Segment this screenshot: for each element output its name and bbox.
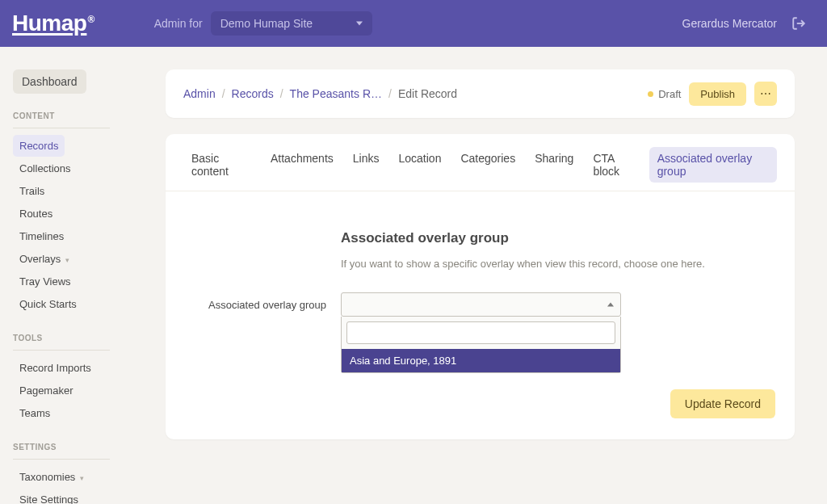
breadcrumb-admin[interactable]: Admin [183, 87, 216, 100]
chevron-up-icon [607, 303, 614, 307]
sidebar-item-pagemaker[interactable]: Pagemaker [13, 380, 79, 401]
main-content: Admin / Records / The Peasants R… / Edit… [166, 47, 827, 504]
section-title: Associated overlay group [341, 230, 777, 246]
status-text: Draft [658, 88, 681, 100]
admin-for-label: Admin for [154, 17, 203, 30]
tab-attachments[interactable]: Attachments [262, 147, 342, 183]
breadcrumb-current: Edit Record [398, 87, 457, 100]
publish-button[interactable]: Publish [689, 82, 746, 106]
tab-cta-block[interactable]: CTA block [585, 147, 645, 183]
tab-location[interactable]: Location [391, 147, 450, 183]
content-card: Basic content Attachments Links Location… [166, 134, 795, 439]
breadcrumb-records[interactable]: Records [232, 87, 274, 100]
status-badge: Draft [648, 88, 681, 100]
site-selector[interactable]: Demo Humap Site [211, 11, 372, 36]
tab-sharing[interactable]: Sharing [527, 147, 581, 183]
dashboard-button[interactable]: Dashboard [13, 69, 86, 94]
section-description: If you want to show a specific overlay w… [341, 258, 777, 270]
breadcrumb: Admin / Records / The Peasants R… / Edit… [183, 87, 457, 100]
breadcrumb-card: Admin / Records / The Peasants R… / Edit… [166, 69, 795, 118]
sidebar-item-records[interactable]: Records [13, 135, 65, 157]
sidebar: Dashboard CONTENT Records Collections Tr… [0, 47, 166, 504]
logo-text: Humap [12, 10, 86, 36]
sidebar-item-record-imports[interactable]: Record Imports [13, 357, 98, 379]
overlay-group-dropdown: Asia and Europe, 1891 [341, 317, 621, 373]
tab-associated-overlay-group[interactable]: Associated overlay group [649, 147, 777, 183]
tab-categories[interactable]: Categories [452, 147, 523, 183]
sidebar-item-site-settings[interactable]: Site Settings [13, 489, 85, 504]
sidebar-item-teams[interactable]: Teams [13, 402, 57, 424]
app-header: Humap® Admin for Demo Humap Site Gerardu… [0, 0, 827, 47]
sidebar-item-routes[interactable]: Routes [13, 203, 59, 225]
logo[interactable]: Humap® [12, 10, 94, 36]
logo-trademark: ® [87, 14, 94, 25]
sidebar-section-settings: SETTINGS [13, 443, 110, 460]
overlay-group-option[interactable]: Asia and Europe, 1891 [342, 349, 620, 372]
sidebar-item-quick-starts[interactable]: Quick Starts [13, 293, 83, 315]
update-record-button[interactable]: Update Record [670, 389, 775, 418]
more-actions-button[interactable]: ⋯ [754, 82, 777, 106]
breadcrumb-sep: / [280, 87, 283, 100]
sidebar-item-collections[interactable]: Collections [13, 158, 78, 179]
site-name: Demo Humap Site [220, 17, 313, 30]
breadcrumb-sep: / [222, 87, 225, 100]
sidebar-item-taxonomies[interactable]: Taxonomies [13, 466, 90, 488]
overlay-group-label: Associated overlay group [183, 292, 341, 311]
overlay-group-search-input[interactable] [346, 321, 615, 344]
tabs: Basic content Attachments Links Location… [166, 134, 795, 191]
tab-basic-content[interactable]: Basic content [183, 147, 259, 183]
sidebar-section-content: CONTENT [13, 111, 110, 128]
sidebar-item-overlays[interactable]: Overlays [13, 248, 76, 270]
breadcrumb-record-name[interactable]: The Peasants R… [290, 87, 382, 100]
sidebar-item-timelines[interactable]: Timelines [13, 225, 70, 247]
status-dot-icon [648, 91, 653, 97]
overlay-group-select[interactable] [341, 292, 621, 317]
sidebar-item-trails[interactable]: Trails [13, 180, 51, 202]
user-name[interactable]: Gerardus Mercator [682, 17, 777, 30]
sidebar-section-tools: TOOLS [13, 334, 110, 351]
breadcrumb-sep: / [388, 87, 392, 100]
logout-icon[interactable] [791, 16, 806, 31]
tab-links[interactable]: Links [345, 147, 388, 183]
sidebar-item-tray-views[interactable]: Tray Views [13, 271, 78, 292]
